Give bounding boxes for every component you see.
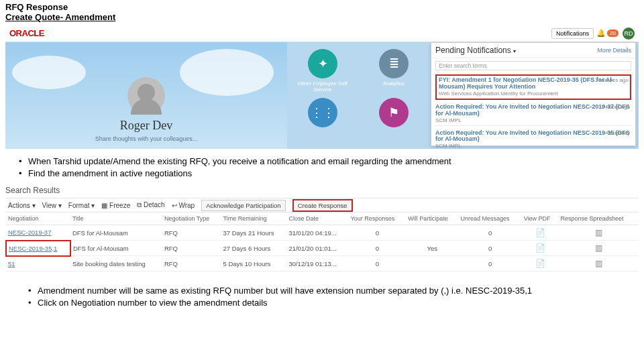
col-pdf[interactable]: View PDF <box>522 213 559 225</box>
notification-item[interactable]: Yesterday Action Required: You Are Invit… <box>435 129 631 149</box>
tile-icon: ⋮⋮ <box>308 98 337 127</box>
cell-resp: 0 <box>349 225 407 241</box>
table-row[interactable]: NESC-2019-35,1 DFS for Al-Mousam RFQ 27 … <box>6 241 639 256</box>
negotiation-link[interactable]: NESC-2019-35,1 <box>9 245 57 252</box>
avatar[interactable]: RD <box>623 27 635 40</box>
cell-resp: 0 <box>349 241 407 256</box>
pending-notifications-panel: Pending Notifications ▾ More Details Ent… <box>431 42 636 146</box>
tile-label: Analytics <box>383 80 405 86</box>
negotiation-link[interactable]: 51 <box>8 260 15 267</box>
pdf-icon[interactable]: 📄 <box>535 243 545 253</box>
cell-type: RFQ <box>162 241 221 256</box>
tile-4[interactable]: ⚑ <box>364 98 424 129</box>
notification-sub: Web Services Application Identity for Pr… <box>439 90 628 97</box>
cell-will: Yes <box>406 241 458 256</box>
cell-msgs: 0 <box>458 225 521 241</box>
bullet-text: Click on Negotiation number to view the … <box>38 297 268 309</box>
freeze-button[interactable]: ▦ Freeze <box>101 202 130 209</box>
cell-close: 31/01/20 04:19... <box>286 225 348 241</box>
table-row[interactable]: 51 Site booking dates testing RFQ 5 Days… <box>6 256 639 272</box>
create-response-button[interactable]: Create Response <box>292 199 353 212</box>
results-table: Negotiation Title Negotiation Type Time … <box>5 213 639 272</box>
cell-time: 27 Days 6 Hours <box>221 241 286 256</box>
bullet-text: Find the amendment in active negotiation… <box>28 168 192 180</box>
panel-header: Pending Notifications ▾ More Details <box>431 43 635 58</box>
notification-time: 3 minutes ago <box>595 77 629 83</box>
notification-time: 2 hours ago <box>602 104 630 110</box>
table-row[interactable]: NESC-2019-37 DFS for Al-Mousam RFQ 37 Da… <box>6 225 639 241</box>
tile-icon: ✦ <box>308 49 337 78</box>
negotiation-link[interactable]: NESC-2019-37 <box>8 229 51 236</box>
spreadsheet-icon[interactable]: ▥ <box>595 243 602 253</box>
format-menu[interactable]: Format ▾ <box>68 202 95 209</box>
results-toolbar: Actions ▾ View ▾ Format ▾ ▦ Freeze ⧉ Det… <box>5 198 639 213</box>
col-msgs[interactable]: Unread Messages <box>458 213 521 225</box>
user-card: Roger Dev Share thoughts with your colle… <box>5 42 287 149</box>
notifications-badge: 20 <box>607 29 619 37</box>
col-negotiation[interactable]: Negotiation <box>6 213 70 225</box>
tile-icon: ⚑ <box>379 98 409 127</box>
notification-sub: SCM IMPL <box>435 117 631 123</box>
notifications-button[interactable]: Notifications <box>551 28 594 39</box>
notification-sub: SCM IMPL <box>435 143 631 149</box>
col-xls[interactable]: Response Spreadsheet <box>558 213 639 225</box>
oracle-screenshot: ORACLE Notifications 🔔 20 RD Roger Dev S… <box>5 25 639 149</box>
actions-menu[interactable]: Actions ▾ <box>8 202 36 209</box>
notification-title: Action Required: You Are Invited to Nego… <box>435 130 631 143</box>
tile-icon: ≣ <box>379 49 409 78</box>
col-resp[interactable]: Your Responses <box>349 213 407 225</box>
spreadsheet-icon[interactable]: ▥ <box>595 259 602 268</box>
col-will[interactable]: Will Participate <box>406 213 458 225</box>
chevron-down-icon[interactable]: ▾ <box>513 48 516 54</box>
cell-title: Site booking dates testing <box>70 256 162 272</box>
page-title: RFQ Response <box>0 0 644 12</box>
view-menu[interactable]: View ▾ <box>42 202 62 209</box>
user-name: Roger Dev <box>120 119 172 133</box>
col-close[interactable]: Close Date <box>286 213 348 225</box>
person-icon <box>127 77 165 115</box>
page-subtitle: Create Quote- Amendment <box>0 12 644 25</box>
oracle-logo: ORACLE <box>9 28 44 38</box>
cell-msgs: 0 <box>458 256 521 272</box>
tile-analytics[interactable]: ≣ Analytics <box>364 49 424 93</box>
notification-time: Yesterday <box>606 130 630 136</box>
bullet-text: When Tarshid update/Amend the existing R… <box>28 156 451 168</box>
share-thoughts-input[interactable]: Share thoughts with your colleagues... <box>95 135 198 142</box>
panel-search-input[interactable]: Enter search terms <box>435 61 631 70</box>
bell-icon[interactable]: 🔔 <box>596 29 606 38</box>
wrap-button[interactable]: ↩ Wrap <box>172 202 195 209</box>
nav-tiles: ✦ Other Employee Self Service ≣ Analytic… <box>287 42 435 149</box>
detach-button[interactable]: ⧉ Detach <box>137 201 164 209</box>
cell-type: RFQ <box>162 225 221 241</box>
acknowledge-button[interactable]: Acknowledge Participation <box>201 200 285 211</box>
cell-title: DFS for Al-Mousam <box>70 225 162 241</box>
cell-type: RFQ <box>162 256 221 272</box>
spreadsheet-icon[interactable]: ▥ <box>595 228 602 237</box>
tile-label: Other Employee Self Service <box>292 80 353 93</box>
notification-item[interactable]: 3 minutes ago FYI: Amendment 1 for Negot… <box>435 74 631 100</box>
col-time[interactable]: Time Remaining <box>221 213 286 225</box>
cell-resp: 0 <box>349 256 407 272</box>
cell-close: 21/01/20 01:01... <box>286 241 348 256</box>
notification-item[interactable]: 2 hours ago Action Required: You Are Inv… <box>435 103 631 126</box>
cell-time: 37 Days 21 Hours <box>221 225 286 241</box>
cell-time: 5 Days 10 Hours <box>221 256 286 272</box>
more-details-link[interactable]: More Details <box>597 47 631 54</box>
col-type[interactable]: Negotiation Type <box>162 213 221 225</box>
panel-title: Pending Notifications ▾ <box>435 46 597 55</box>
cell-msgs: 0 <box>458 241 521 256</box>
bullets-2: •Amendment number will be same as existi… <box>0 272 644 312</box>
pdf-icon[interactable]: 📄 <box>535 259 545 268</box>
tile-other-employee[interactable]: ✦ Other Employee Self Service <box>292 49 353 93</box>
cell-will <box>406 225 458 241</box>
cell-will <box>406 256 458 272</box>
search-results-heading: Search Results <box>5 186 639 195</box>
bullets-1: •When Tarshid update/Amend the existing … <box>0 152 644 186</box>
col-title[interactable]: Title <box>70 213 162 225</box>
bullet-text: Amendment number will be same as existin… <box>38 285 532 297</box>
pdf-icon[interactable]: 📄 <box>535 228 545 237</box>
search-results: Search Results Actions ▾ View ▾ Format ▾… <box>5 186 639 272</box>
tile-3[interactable]: ⋮⋮ <box>292 98 353 129</box>
cell-close: 30/12/19 01:13... <box>286 256 348 272</box>
oracle-topbar: ORACLE Notifications 🔔 20 RD <box>5 25 639 42</box>
